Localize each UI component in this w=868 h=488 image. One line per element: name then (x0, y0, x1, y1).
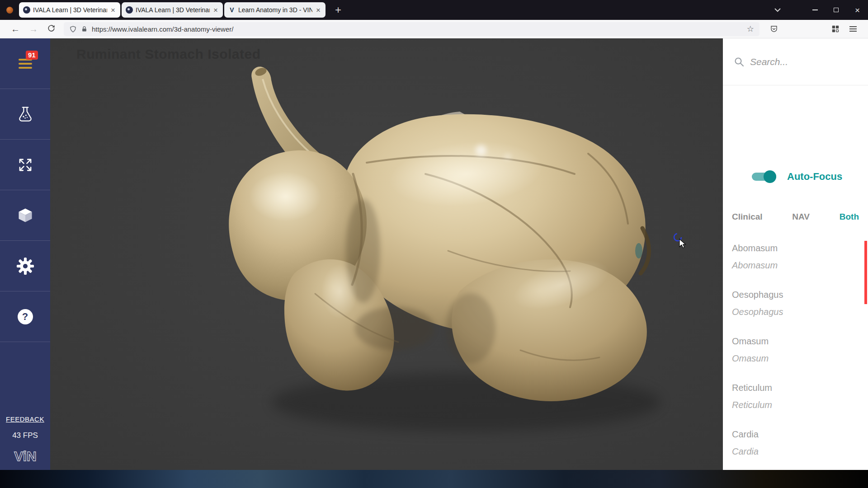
window-close-button[interactable]: × (847, 0, 868, 20)
panel-scrollbar-thumb[interactable] (864, 241, 867, 304)
gear-icon (16, 257, 34, 275)
bookmark-star-icon[interactable]: ☆ (747, 24, 754, 34)
back-button[interactable]: ← (6, 24, 24, 33)
tab-title: IVALA Learn | 3D Veterinary (33, 6, 107, 14)
tab-close-icon[interactable]: × (212, 6, 219, 14)
list-item-cardia[interactable]: Cardia Cardia (732, 429, 861, 457)
url-address-field[interactable]: https://www.ivalalearn.com/3d-anatomy-vi… (64, 22, 760, 36)
tab-nav[interactable]: NAV (792, 212, 810, 222)
screenshot-grid-icon[interactable] (826, 25, 844, 33)
autofocus-label: Auto-Focus (787, 171, 842, 183)
browser-tab-1[interactable]: IVALA Learn | 3D Veterinary × (19, 2, 120, 18)
main-menu-button[interactable]: 91 (0, 38, 50, 89)
left-toolbar: 91 (0, 38, 50, 470)
url-text: https://www.ivalalearn.com/3d-anatomy-vi… (92, 25, 233, 33)
anatomy-panel: Auto-Focus Clinical NAV Both Abomasum Ab… (723, 38, 868, 470)
tracking-shield-icon[interactable] (69, 25, 77, 33)
model-view-button[interactable] (0, 190, 50, 241)
fps-counter: 43 FPS (12, 431, 38, 440)
search-icon (734, 56, 745, 67)
browser-urlbar: ← → https://www.ivalalearn.com/3d-anatom… (0, 20, 868, 38)
browser-tab-3[interactable]: V Learn Anatomy in 3D - VIN × (224, 2, 326, 18)
svg-text:ViN: ViN (14, 449, 36, 464)
app-menu-icon[interactable] (844, 25, 862, 33)
forward-button[interactable]: → (24, 24, 42, 33)
autofocus-toggle-row[interactable]: Auto-Focus (752, 170, 842, 183)
browser-tab-2[interactable]: IVALA Learn | 3D Veterinary × (122, 2, 223, 18)
ivala-favicon-icon (23, 6, 30, 14)
tab-title: IVALA Learn | 3D Veterinary (136, 6, 210, 14)
tab-close-icon[interactable]: × (315, 6, 321, 14)
tab-title: Learn Anatomy in 3D - VIN (238, 6, 312, 14)
stomach-3d-model (50, 38, 723, 470)
notification-badge: 91 (26, 51, 38, 60)
app-icon (6, 7, 13, 14)
fullscreen-button[interactable] (0, 140, 50, 190)
cube-icon (16, 206, 34, 225)
vin-favicon-icon: V (228, 6, 236, 14)
settings-button[interactable] (0, 241, 50, 291)
search-input[interactable] (750, 56, 868, 67)
question-mark-icon: ? (18, 309, 33, 324)
tab-clinical[interactable]: Clinical (732, 212, 763, 222)
lab-tools-button[interactable] (0, 89, 50, 140)
vin-logo: ViN (8, 448, 42, 465)
browser-titlebar: IVALA Learn | 3D Veterinary × IVALA Lear… (0, 0, 868, 20)
list-item-abomasum[interactable]: Abomasum Abomasum (732, 243, 861, 271)
list-item-omasum[interactable]: Omasum Omasum (732, 336, 861, 364)
search-bar (723, 38, 868, 85)
feedback-link[interactable]: FEEDBACK (6, 415, 44, 423)
filter-tabs: Clinical NAV Both (723, 212, 868, 222)
window-maximize-button[interactable] (826, 0, 847, 20)
anatomy-list: Abomasum Abomasum Oesophagus Oesophagus … (732, 243, 861, 475)
autofocus-toggle[interactable] (752, 170, 776, 183)
help-button[interactable]: ? (0, 291, 50, 342)
mouse-cursor (673, 233, 693, 253)
window-minimize-button[interactable] (804, 0, 826, 20)
list-item-oesophagus[interactable]: Oesophagus Oesophagus (732, 289, 861, 317)
tab-both[interactable]: Both (840, 212, 859, 222)
reload-button[interactable] (42, 24, 60, 34)
flask-icon (16, 105, 34, 123)
3d-viewport[interactable]: Ruminant Stomach Isolated (50, 38, 723, 470)
lock-icon[interactable] (81, 26, 88, 33)
ivala-favicon-icon (126, 6, 133, 14)
pocket-save-icon[interactable] (765, 25, 783, 33)
expand-arrows-icon (17, 156, 34, 174)
tab-close-icon[interactable]: × (110, 6, 116, 14)
tab-list-chevron-icon[interactable] (774, 8, 781, 12)
list-item-reticulum[interactable]: Reticulum Reticulum (732, 382, 861, 410)
new-tab-button[interactable]: + (331, 5, 345, 15)
